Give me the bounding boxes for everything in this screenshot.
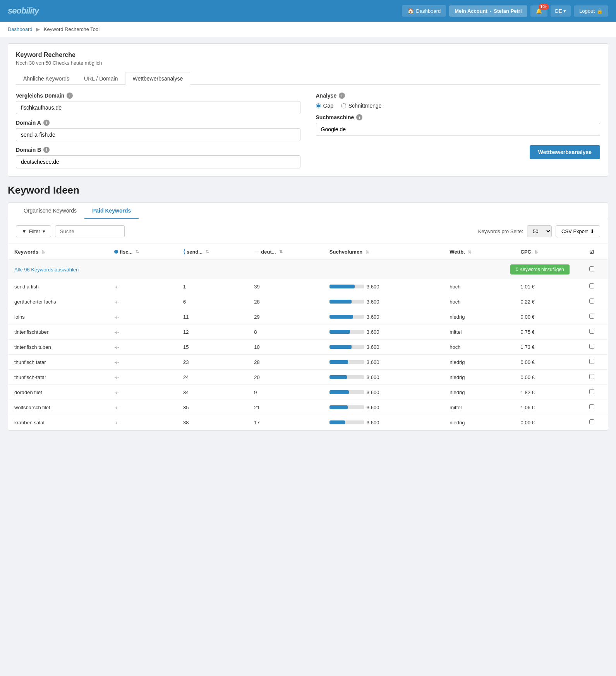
cell-checkbox[interactable] (576, 415, 608, 430)
cell-checkbox[interactable] (576, 370, 608, 385)
tab-paid-keywords[interactable]: Paid Keywords (84, 203, 139, 219)
analyse-label: Analyse i (316, 93, 601, 99)
cell-checkbox[interactable] (576, 309, 608, 324)
keywords-sort-icon[interactable]: ⇅ (41, 250, 45, 254)
cell-fisc: -/- (108, 294, 177, 309)
keyword-search-input[interactable] (55, 225, 125, 237)
cell-keyword: send a fish (8, 279, 108, 294)
cell-volume: 3.600 (323, 400, 443, 415)
cell-checkbox[interactable] (576, 355, 608, 370)
cell-checkbox[interactable] (576, 400, 608, 415)
vergleichs-domain-input[interactable] (16, 101, 300, 114)
cell-keyword: thunfisch-tatar (8, 370, 108, 385)
analyse-info-icon[interactable]: i (339, 93, 345, 99)
suchvolumen-sort-icon[interactable]: ⇅ (365, 250, 369, 254)
row-checkbox-7[interactable] (589, 389, 594, 394)
cell-checkbox[interactable] (576, 324, 608, 340)
cell-cpc: 0,00 € (515, 415, 576, 430)
cell-send: 6 (177, 294, 248, 309)
form-subtitle: Noch 30 von 50 Checks heute möglich (16, 60, 600, 66)
cell-checkbox[interactable] (576, 294, 608, 309)
cell-cpc: 0,22 € (515, 294, 576, 309)
cell-deut: 20 (248, 370, 323, 385)
suchmaschine-info-icon[interactable]: i (356, 114, 362, 120)
cell-volume: 3.600 (323, 294, 443, 309)
send-sort-icon[interactable]: ⇅ (206, 249, 209, 254)
suchmaschine-group: Suchmaschine i (316, 114, 601, 136)
per-page-select[interactable]: 50 25 100 (527, 225, 552, 237)
cell-volume: 3.600 (323, 309, 443, 324)
cell-wettb: niedrig (443, 415, 514, 430)
domain-a-input[interactable] (16, 128, 300, 141)
suchmaschine-input[interactable] (316, 123, 601, 136)
logout-button[interactable]: Logout 🔒 (574, 5, 608, 17)
row-checkbox-1[interactable] (589, 299, 594, 304)
breadcrumb-home[interactable]: Dashboard (8, 26, 33, 32)
row-checkbox-2[interactable] (589, 314, 594, 319)
deut-sort-icon[interactable]: ⇅ (279, 249, 283, 254)
fisc-sort-icon[interactable]: ⇅ (136, 249, 139, 254)
table-row: tintenfisch tuben -/- 15 10 3.600 hoch 1… (8, 340, 608, 355)
row-checkbox-5[interactable] (589, 359, 594, 364)
wettbewerbsanalyse-button[interactable]: Wettbewerbsanalyse (530, 145, 600, 159)
cell-keyword: tintenfisch tuben (8, 340, 108, 355)
col-checkbox: ☑ (576, 244, 608, 260)
analyse-group: Analyse i Gap Schnittmenge (316, 93, 601, 109)
keyword-ideen-title: Keyword Ideen (8, 184, 608, 196)
breadcrumb-current: Keyword Recherche Tool (44, 26, 100, 32)
radio-gap[interactable]: Gap (316, 103, 333, 109)
cpc-sort-icon[interactable]: ⇅ (534, 250, 538, 254)
cell-deut: 28 (248, 355, 323, 370)
cell-checkbox[interactable] (576, 385, 608, 400)
row-checkbox-9[interactable] (589, 419, 594, 424)
domain-a-info-icon[interactable]: i (43, 120, 50, 126)
select-all-link[interactable]: Alle 96 Keywords auswählen (14, 267, 79, 273)
row-checkbox-0[interactable] (589, 283, 594, 288)
radio-schnittmenge-input[interactable] (341, 103, 346, 108)
keyword-ideen-section: Keyword Ideen Organische Keywords Paid K… (8, 184, 608, 431)
tab-organische-keywords[interactable]: Organische Keywords (16, 203, 84, 219)
filter-button[interactable]: ▼ Filter ▾ (16, 225, 51, 237)
row-checkbox-6[interactable] (589, 374, 594, 379)
cell-checkbox[interactable] (576, 340, 608, 355)
cell-fisc: -/- (108, 400, 177, 415)
row-checkbox-4[interactable] (589, 344, 594, 349)
vergleichs-domain-info-icon[interactable]: i (67, 93, 73, 99)
vergleichs-domain-label: Vergleichs Domain i (16, 93, 300, 99)
logo: seobility (8, 6, 39, 16)
cell-send: 24 (177, 370, 248, 385)
radio-schnittmenge[interactable]: Schnittmenge (341, 103, 382, 109)
row-checkbox-8[interactable] (589, 404, 594, 409)
csv-export-button[interactable]: CSV Export ⬇ (556, 225, 600, 237)
cell-wettb: niedrig (443, 355, 514, 370)
cell-wettb: hoch (443, 279, 514, 294)
wettb-sort-icon[interactable]: ⇅ (468, 250, 471, 254)
language-button[interactable]: DE ▾ (551, 5, 571, 17)
cell-deut: 28 (248, 294, 323, 309)
radio-gap-input[interactable] (316, 103, 321, 108)
dashboard-button[interactable]: 🏠 Dashboard (402, 5, 446, 17)
tab-wettbewerbsanalyse[interactable]: Wettbewerbsanalyse (125, 72, 190, 85)
domain-b-input[interactable] (16, 155, 300, 168)
cell-send: 11 (177, 309, 248, 324)
table-row: send a fish -/- 1 39 3.600 hoch 1,01 € (8, 279, 608, 294)
tab-url-domain[interactable]: URL / Domain (77, 72, 125, 85)
select-all-checkbox[interactable] (589, 266, 594, 271)
domain-b-info-icon[interactable]: i (43, 147, 50, 153)
cell-send: 15 (177, 340, 248, 355)
account-button[interactable]: Mein Account - Stefan Petri (449, 5, 527, 17)
fisc-dot (114, 250, 118, 254)
table-row: loins -/- 11 29 3.600 niedrig 0,00 € (8, 309, 608, 324)
cell-volume: 3.600 (323, 324, 443, 340)
cell-fisc: -/- (108, 415, 177, 430)
notification-button[interactable]: 🔔 10+ (530, 5, 547, 17)
cell-keyword: loins (8, 309, 108, 324)
tab-aehnliche-keywords[interactable]: Ähnliche Keywords (16, 72, 77, 85)
right-column: Analyse i Gap Schnittmenge (316, 93, 601, 168)
add-keywords-button[interactable]: 0 Keywords hinzufügen (510, 264, 570, 275)
cell-deut: 29 (248, 309, 323, 324)
cell-checkbox[interactable] (576, 279, 608, 294)
filter-icon: ▼ (22, 228, 27, 234)
domain-a-label: Domain A i (16, 120, 300, 126)
row-checkbox-3[interactable] (589, 329, 594, 334)
